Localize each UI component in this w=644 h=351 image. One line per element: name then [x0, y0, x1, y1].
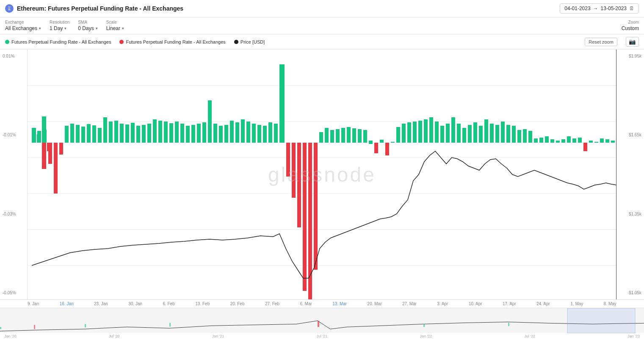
svg-rect-112 [589, 141, 593, 143]
svg-rect-27 [120, 124, 124, 143]
svg-rect-110 [578, 138, 582, 143]
svg-rect-14 [48, 143, 52, 164]
x-label: 27. Mar [402, 301, 417, 306]
exchange-label: Exchange [5, 20, 41, 25]
svg-rect-21 [87, 124, 91, 143]
resolution-select[interactable]: 1 Day ▾ [50, 25, 69, 31]
svg-rect-116 [611, 141, 615, 143]
svg-rect-74 [380, 140, 384, 143]
main-chart-svg [28, 50, 616, 299]
svg-rect-85 [440, 126, 444, 143]
svg-rect-101 [528, 131, 532, 143]
svg-rect-106 [556, 141, 560, 143]
svg-rect-29 [131, 123, 135, 143]
svg-rect-11 [32, 128, 36, 143]
svg-rect-60 [303, 143, 307, 291]
legend-item-red: Futures Perpetual Funding Rate - All Exc… [119, 39, 225, 44]
resolution-chevron-icon: ▾ [64, 26, 66, 30]
svg-rect-114 [600, 138, 604, 143]
x-label: 9. Jan [28, 301, 39, 306]
svg-rect-43 [208, 100, 212, 143]
mini-x-labels: Jan '20Jul '20Jan '21Jul '21Jan '22Jul '… [0, 333, 644, 339]
svg-rect-102 [534, 138, 538, 143]
svg-rect-12 [37, 131, 41, 143]
scale-select[interactable]: Linear ▾ [106, 25, 124, 31]
svg-rect-16 [59, 143, 63, 155]
exchange-chevron-icon: ▾ [39, 26, 41, 30]
resolution-label: Resolution [50, 20, 69, 25]
reset-zoom-button[interactable]: Reset zoom [585, 38, 617, 46]
svg-rect-124 [318, 321, 319, 327]
svg-rect-108 [567, 136, 571, 143]
svg-rect-86 [446, 124, 450, 143]
svg-rect-83 [429, 117, 433, 143]
sma-select[interactable]: 0 Days ▾ [78, 25, 97, 31]
svg-rect-54 [268, 122, 272, 143]
camera-button[interactable]: 📷 [626, 37, 639, 47]
svg-rect-96 [501, 122, 505, 143]
scale-chevron-icon: ▾ [122, 26, 124, 30]
svg-rect-20 [81, 127, 85, 143]
svg-rect-100 [523, 129, 527, 143]
svg-rect-125 [423, 324, 425, 327]
mini-x-label: Jul '20 [109, 334, 120, 338]
svg-rect-97 [506, 125, 510, 143]
svg-rect-40 [191, 125, 195, 143]
y-axis-right: $1.95k $1.65k $1.35k $1.05k [616, 50, 644, 299]
svg-rect-77 [396, 127, 400, 143]
chart-legend: Futures Perpetual Funding Rate - All Exc… [0, 34, 644, 50]
mini-x-label: Jan '21 [212, 334, 224, 338]
svg-rect-28 [125, 124, 129, 143]
svg-rect-99 [517, 130, 521, 143]
date-end: 13-05-2023 [601, 6, 627, 11]
exchange-select[interactable]: All Exchanges ▾ [5, 25, 41, 31]
mini-chart[interactable] [0, 308, 644, 333]
svg-rect-79 [407, 122, 411, 143]
y-left-2: -0.01% [3, 133, 25, 137]
svg-rect-50 [246, 122, 250, 143]
svg-rect-18 [70, 124, 74, 143]
svg-rect-120 [0, 327, 1, 329]
svg-rect-111 [583, 143, 587, 151]
svg-rect-36 [169, 123, 173, 143]
svg-rect-90 [468, 125, 472, 143]
svg-rect-76 [391, 142, 395, 143]
sma-control: SMA 0 Days ▾ [78, 20, 97, 31]
svg-rect-52 [257, 125, 261, 143]
y-right-4: $1.35k [619, 212, 641, 216]
svg-rect-113 [594, 142, 598, 143]
svg-rect-66 [336, 129, 340, 143]
svg-rect-39 [186, 126, 190, 143]
svg-rect-47 [230, 121, 234, 143]
x-label: 3. Apr [437, 301, 448, 306]
date-range-selector[interactable]: 04-01-2023 → 13-05-2023 🗓 [560, 3, 639, 14]
sma-chevron-icon: ▾ [96, 26, 98, 30]
svg-rect-62 [314, 143, 318, 270]
chart-main: glassnode [28, 50, 616, 299]
svg-rect-122 [85, 324, 86, 327]
mini-x-label: Jul '21 [317, 334, 328, 338]
x-label: 27. Feb [265, 301, 279, 306]
page-title: Ethereum: Futures Perpetual Funding Rate… [17, 5, 183, 12]
svg-rect-84 [435, 122, 439, 143]
svg-rect-46 [224, 125, 228, 143]
svg-rect-80 [413, 122, 417, 143]
svg-rect-33 [153, 119, 157, 143]
x-label: 6. Mar [300, 301, 312, 306]
x-label: 23. Jan [94, 301, 108, 306]
svg-rect-107 [561, 139, 565, 143]
svg-rect-105 [550, 139, 554, 143]
zoom-control: Zoom Custom [622, 20, 639, 31]
page-header: Ξ Ethereum: Futures Perpetual Funding Ra… [0, 0, 644, 17]
svg-rect-24 [103, 117, 107, 143]
svg-rect-38 [180, 124, 184, 143]
svg-rect-26 [114, 121, 118, 143]
svg-rect-115 [605, 139, 609, 143]
exchange-control: Exchange All Exchanges ▾ [5, 20, 41, 31]
x-label: 20. Feb [230, 301, 245, 306]
mini-chart-svg [0, 308, 644, 333]
svg-rect-118 [0, 308, 644, 333]
x-label: 20. Mar [368, 301, 382, 306]
mini-x-label: Jul '22 [524, 334, 535, 338]
zoom-label: Zoom [628, 20, 639, 25]
